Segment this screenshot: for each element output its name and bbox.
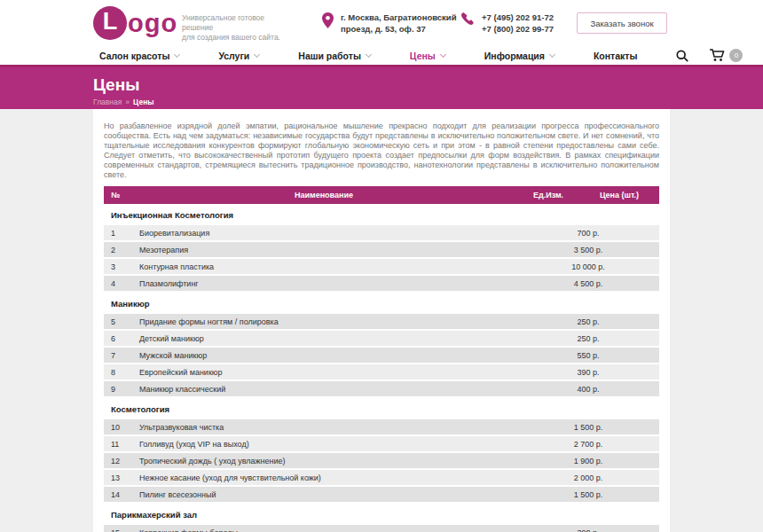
table-row: 3Контурная пластика10 000 р.	[104, 259, 659, 274]
table-row: 6Детский маникюр250 р.	[104, 331, 659, 346]
service-name: Придание формы ногтям / полировка	[130, 317, 517, 326]
row-number: 14	[104, 490, 130, 499]
main-nav: Салон красотыУслугиНаши работыЦеныИнформ…	[0, 46, 763, 67]
logo-circle-icon: L	[93, 6, 127, 40]
table-row: 12Тропический дождь ( уход увлажнение)1 …	[104, 453, 659, 468]
content-card: Но разбавленное изрядной долей эмпатии, …	[93, 109, 670, 532]
service-price: 390 р.	[517, 368, 659, 377]
nav-item-4[interactable]: Информация	[484, 51, 555, 61]
service-price: 1 500 р.	[517, 490, 659, 499]
service-name: Детский маникюр	[130, 334, 517, 343]
price-table-header: № Наименование Ед.Изм. Цена (шт.)	[104, 186, 659, 204]
phone-block: +7 (495) 202 91-72 +7 (800) 202 99-77	[461, 12, 554, 35]
table-row: 1Биоревитализация700 р.	[104, 225, 659, 240]
service-price: 250 р.	[517, 334, 659, 343]
row-number: 7	[104, 351, 130, 360]
service-name: Пилинг всесезонный	[130, 490, 517, 499]
chevron-down-icon	[174, 51, 180, 57]
col-header-price: Цена (шт.)	[579, 191, 659, 200]
service-name: Коррекция формы бороды	[130, 528, 517, 532]
table-row: 13Нежное касание (уход для чувствительно…	[104, 470, 659, 485]
page-hero: Цены Главная » Цены	[0, 67, 763, 109]
service-name: Биоревитализация	[130, 229, 517, 238]
table-row: 15Коррекция формы бороды390 р.	[104, 525, 659, 532]
breadcrumb-home-link[interactable]: Главная	[93, 98, 122, 106]
cart-icon	[710, 49, 725, 62]
service-name: Мезотерапия	[130, 246, 517, 254]
service-price: 1 900 р.	[517, 457, 659, 466]
service-name: Плазмолифтинг	[130, 279, 517, 288]
table-row: 9Маникюр классический400 р.	[104, 381, 659, 396]
table-section-header: Косметология	[104, 398, 659, 419]
table-row: 4Плазмолифтинг4 500 р.	[104, 276, 659, 291]
row-number: 10	[104, 423, 130, 432]
cart-button[interactable]: 0	[710, 49, 743, 62]
table-row: 7Мужской маникюр550 р.	[104, 348, 659, 363]
phone-number-1[interactable]: +7 (495) 202 91-72	[482, 12, 554, 23]
row-number: 9	[104, 385, 130, 394]
breadcrumb-separator: »	[125, 98, 130, 106]
chevron-down-icon	[366, 51, 372, 57]
tagline-line1: Универсальное готовое решение	[182, 13, 297, 33]
price-table-body: Инъекционная Косметология1Биоревитализац…	[104, 204, 659, 532]
service-name: Тропический дождь ( уход увлажнение)	[130, 457, 517, 466]
chevron-down-icon	[440, 51, 446, 57]
row-number: 12	[104, 457, 130, 466]
service-price: 4 500 р.	[517, 279, 659, 288]
service-name: Ультразвуковая чистка	[130, 423, 517, 432]
row-number: 1	[104, 229, 130, 238]
map-pin-icon	[322, 12, 334, 32]
search-icon[interactable]	[676, 50, 688, 62]
price-table: № Наименование Ед.Изм. Цена (шт.) Инъекц…	[104, 186, 659, 532]
chevron-down-icon	[254, 51, 260, 57]
row-number: 3	[104, 262, 130, 271]
table-row: 2Мезотерапия3 500 р.	[104, 242, 659, 257]
logo-text: ogo	[128, 9, 177, 38]
table-row: 5Придание формы ногтям / полировка250 р.	[104, 314, 659, 329]
row-number: 11	[104, 440, 130, 449]
row-number: 13	[104, 473, 130, 482]
row-number: 4	[104, 279, 130, 288]
table-row: 10Ультразвуковая чистка1 500 р.	[104, 419, 659, 434]
row-number: 2	[104, 246, 130, 254]
service-price: 2 000 р.	[517, 473, 659, 482]
page-title: Цены	[93, 75, 763, 95]
nav-item-0[interactable]: Салон красоты	[99, 51, 179, 61]
table-section-header: Инъекционная Косметология	[104, 204, 659, 225]
nav-item-5[interactable]: Контакты	[594, 51, 638, 61]
service-name: Маникюр классический	[130, 385, 517, 394]
nav-item-2[interactable]: Наши работы	[298, 51, 371, 61]
service-price: 1 500 р.	[517, 423, 659, 432]
col-header-unit: Ед.Изм.	[517, 191, 579, 200]
service-name: Европейский маникюр	[130, 368, 517, 377]
nav-item-label: Услуги	[218, 51, 249, 61]
service-price: 700 р.	[517, 229, 659, 238]
nav-item-3[interactable]: Цены	[410, 51, 445, 61]
nav-item-1[interactable]: Услуги	[218, 51, 259, 61]
nav-item-label: Наши работы	[298, 51, 361, 61]
service-price: 390 р.	[517, 528, 659, 532]
nav-item-label: Контакты	[594, 51, 638, 61]
nav-item-label: Цены	[410, 51, 436, 61]
table-row: 8Европейский маникюр390 р.	[104, 364, 659, 379]
breadcrumb-current: Цены	[133, 98, 153, 106]
nav-item-label: Информация	[484, 51, 545, 61]
service-name: Мужской маникюр	[130, 351, 517, 360]
table-section-header: Парикмахерский зал	[104, 504, 659, 525]
service-name: Контурная пластика	[130, 262, 517, 271]
phone-number-2[interactable]: +7 (800) 202 99-77	[482, 23, 554, 35]
top-header: L ogo Универсальное готовое решение для …	[0, 0, 763, 46]
site-tagline: Универсальное готовое решение для создан…	[182, 13, 297, 43]
col-header-num: №	[104, 191, 130, 200]
service-name: Голливуд (уход VIP на выход)	[130, 440, 517, 449]
phone-icon	[461, 12, 475, 29]
breadcrumb: Главная » Цены	[93, 98, 763, 106]
address-block: г. Москва, Багратионовский проезд, д. 53…	[322, 12, 457, 35]
site-logo[interactable]: L ogo	[93, 6, 177, 40]
callback-button[interactable]: Заказать звонок	[577, 12, 667, 34]
table-row: 11Голливуд (уход VIP на выход)2 700 р.	[104, 436, 659, 451]
service-price: 10 000 р.	[517, 262, 659, 271]
col-header-name: Наименование	[130, 191, 517, 200]
row-number: 15	[104, 528, 130, 532]
table-section-header: Маникюр	[104, 293, 659, 314]
